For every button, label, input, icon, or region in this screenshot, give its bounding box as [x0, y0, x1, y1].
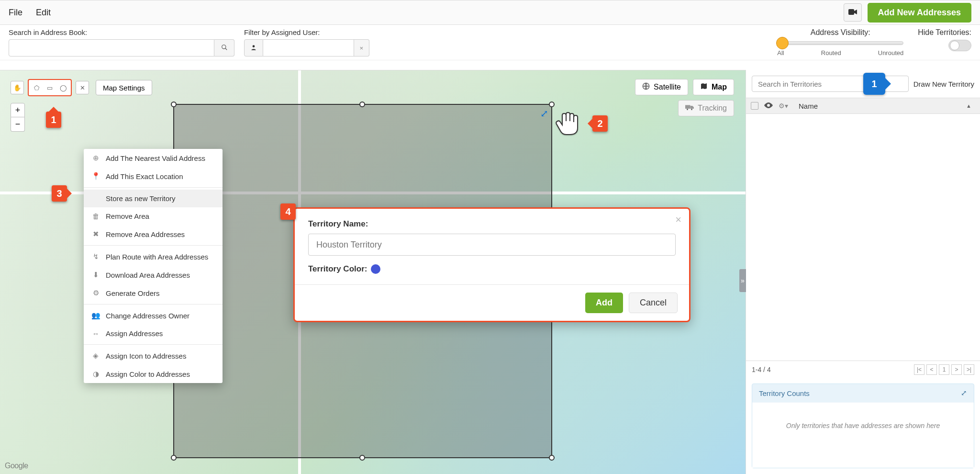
- ctx-remove-area-addresses-label: Remove Area Addresses: [106, 230, 185, 238]
- clear-filter-button[interactable]: ×: [354, 39, 369, 56]
- ctx-generate-orders-label: Generate Orders: [106, 289, 160, 297]
- user-icon: [250, 44, 257, 52]
- file-menu[interactable]: File: [9, 8, 22, 18]
- territory-sidebar: » Draw New Territory 1 ⚙▾ Name ▲ 1-4 / 4…: [746, 70, 980, 474]
- ctx-download-addresses[interactable]: ⬇Download Area Addresses: [84, 266, 223, 284]
- rectangle-tool[interactable]: ▭: [43, 81, 56, 94]
- edit-menu[interactable]: Edit: [36, 8, 51, 18]
- ctx-remove-area[interactable]: 🗑Remove Area: [84, 207, 223, 225]
- map-tools-left: ✋ ⬠ ▭ ◯ ✕ Map Settings: [11, 79, 152, 96]
- user-filter-button[interactable]: [244, 39, 263, 56]
- modal-close-button[interactable]: ×: [675, 214, 681, 226]
- palette-icon: ◑: [91, 370, 100, 378]
- eye-icon[interactable]: [764, 102, 773, 110]
- video-button[interactable]: [844, 3, 862, 22]
- select-all-checkbox[interactable]: [751, 102, 758, 110]
- hide-territories-toggle[interactable]: [948, 40, 971, 51]
- ctx-assign-color-label: Assign Color to Addresses: [106, 370, 190, 378]
- territory-color-swatch[interactable]: [371, 264, 380, 274]
- svg-point-7: [691, 109, 692, 110]
- search-label: Search in Address Book:: [9, 28, 234, 36]
- visibility-slider-knob[interactable]: [776, 37, 789, 49]
- territory-modal: × Territory Name: Territory Color: Add C…: [293, 207, 690, 322]
- owner-icon: 👥: [91, 311, 100, 320]
- ctx-add-exact-label: Add This Exact Location: [106, 172, 183, 181]
- ctx-assign-color[interactable]: ◑Assign Color to Addresses: [84, 365, 223, 383]
- modal-cancel-button[interactable]: Cancel: [629, 293, 678, 313]
- expand-panel-icon[interactable]: ⤢: [961, 389, 967, 397]
- ctx-remove-area-addresses[interactable]: ✖Remove Area Addresses: [84, 225, 223, 243]
- map-label: Map: [712, 83, 727, 91]
- video-icon: [848, 9, 857, 16]
- circle-tool[interactable]: ◯: [56, 81, 70, 94]
- polygon-tool[interactable]: ⬠: [30, 81, 43, 94]
- assigned-user-filter-input[interactable]: [263, 39, 354, 56]
- zoom-in-button[interactable]: +: [11, 103, 25, 117]
- pager-last[interactable]: >|: [964, 364, 974, 375]
- address-book-search-input[interactable]: [9, 39, 214, 56]
- ctx-generate-orders[interactable]: ⚙Generate Orders: [84, 284, 223, 302]
- pin-icon: 📍: [91, 172, 100, 181]
- resize-handle-bm[interactable]: [359, 455, 365, 461]
- ctx-assign-icon[interactable]: ◈Assign Icon to Addresses: [84, 347, 223, 365]
- territory-grid-header: ⚙▾ Name ▲: [746, 98, 980, 114]
- search-icon: [221, 44, 228, 52]
- context-menu: ⊕Add The Nearest Valid Address 📍Add This…: [84, 149, 223, 383]
- resize-handle-br[interactable]: [549, 455, 555, 461]
- ctx-plan-route[interactable]: ↯Plan Route with Area Addresses: [84, 248, 223, 266]
- add-new-addresses-button[interactable]: Add New Addresses: [868, 3, 971, 23]
- callout-1: 1: [46, 112, 61, 128]
- map-settings-button[interactable]: Map Settings: [96, 80, 152, 95]
- territory-name-input[interactable]: [308, 234, 676, 256]
- svg-point-6: [687, 109, 688, 110]
- modal-add-button[interactable]: Add: [585, 293, 623, 313]
- main: ✋ ⬠ ▭ ◯ ✕ Map Settings + − Sat: [0, 70, 980, 474]
- sidebar-collapse-toggle[interactable]: »: [739, 269, 746, 292]
- map-icon: [700, 82, 708, 92]
- close-icon: ✕: [80, 84, 85, 91]
- pager-next[interactable]: >: [951, 364, 962, 375]
- pager-prev[interactable]: <: [926, 364, 937, 375]
- resize-handle-tm[interactable]: [359, 102, 365, 107]
- hand-icon: ✋: [13, 84, 22, 91]
- tracking-label: Tracking: [698, 104, 727, 113]
- ctx-change-owner[interactable]: 👥Change Addresses Owner: [84, 306, 223, 325]
- pager-first[interactable]: |<: [914, 364, 924, 375]
- ctx-add-nearest[interactable]: ⊕Add The Nearest Valid Address: [84, 149, 223, 167]
- ctx-assign-addresses[interactable]: ↔Assign Addresses: [84, 325, 223, 342]
- cursor-graphic: [553, 110, 581, 140]
- pager-current[interactable]: 1: [939, 364, 949, 375]
- zoom-out-button[interactable]: −: [11, 117, 25, 132]
- pan-tool[interactable]: ✋: [11, 81, 24, 94]
- menubar: File Edit Add New Addresses: [0, 0, 980, 25]
- truck-icon: [685, 104, 694, 113]
- resize-handle-tl[interactable]: [171, 102, 177, 107]
- expand-icon[interactable]: ⤢: [540, 108, 548, 119]
- callout-2: 2: [592, 115, 608, 132]
- secondbar: Search in Address Book: Filter by Assign…: [0, 25, 980, 60]
- map-button[interactable]: Map: [693, 79, 734, 95]
- visibility-slider[interactable]: [777, 40, 903, 46]
- search-button[interactable]: [214, 39, 234, 56]
- add-icon: ⊕: [91, 154, 100, 162]
- google-logo: Google: [5, 462, 28, 470]
- resize-handle-bl[interactable]: [171, 455, 177, 461]
- settings-column[interactable]: ⚙▾: [779, 102, 793, 110]
- draw-new-territory-link[interactable]: Draw New Territory: [913, 80, 974, 88]
- hide-territories-label: Hide Territories:: [918, 28, 971, 37]
- name-column-header[interactable]: Name ▲: [799, 102, 975, 110]
- svg-line-2: [225, 48, 227, 50]
- ctx-add-exact[interactable]: 📍Add This Exact Location: [84, 167, 223, 185]
- polygon-icon: ⬠: [34, 84, 39, 91]
- resize-handle-tr[interactable]: [549, 102, 555, 107]
- delete-shape-tool[interactable]: ✕: [76, 81, 89, 94]
- satellite-button[interactable]: Satellite: [635, 79, 688, 95]
- ctx-store-territory[interactable]: Store as new Territory: [84, 190, 223, 207]
- map-canvas[interactable]: ✋ ⬠ ▭ ◯ ✕ Map Settings + − Sat: [0, 70, 746, 474]
- territory-color-label: Territory Color:: [308, 264, 367, 274]
- pager: 1-4 / 4 |< < 1 > >|: [746, 361, 980, 378]
- svg-point-3: [253, 45, 255, 47]
- map-tools-right: Satellite Map Tracking: [635, 79, 734, 116]
- tracking-button[interactable]: Tracking: [678, 100, 734, 116]
- download-icon: ⬇: [91, 271, 100, 279]
